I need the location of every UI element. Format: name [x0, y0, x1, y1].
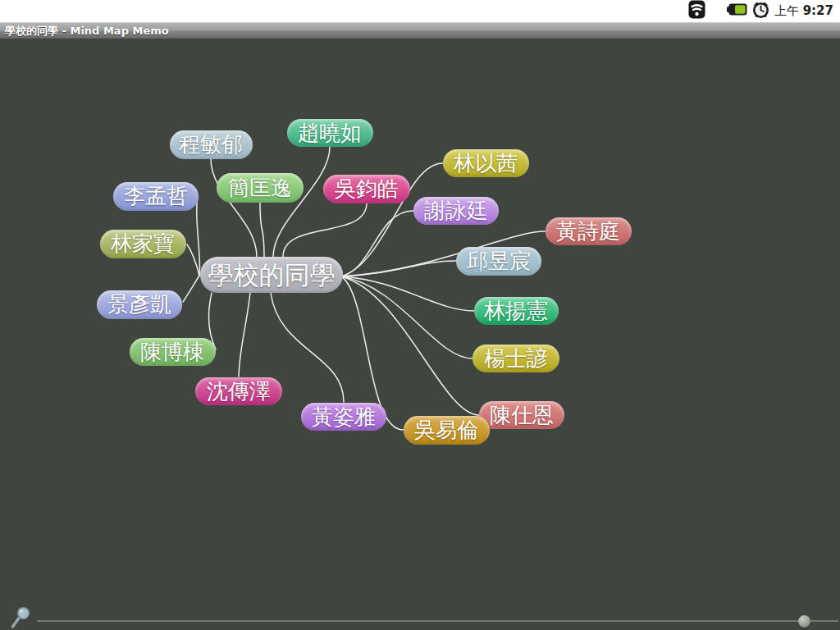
mindmap-node[interactable]: 林以茜	[443, 149, 529, 177]
mindmap-node[interactable]: 陳博棟	[130, 338, 216, 366]
mindmap-node[interactable]: 林家寶	[100, 230, 186, 258]
signal-icon	[688, 0, 705, 22]
node-label: 林揚憲	[474, 297, 559, 325]
node-label: 黃姿雅	[301, 403, 386, 431]
title-bar: 學校的同學 - Mind Map Memo	[0, 22, 840, 39]
battery-icon	[727, 3, 747, 19]
mindmap-node[interactable]: 黃詩庭	[546, 217, 632, 245]
mindmap-node[interactable]: 李孟哲	[113, 182, 199, 211]
connection-line	[341, 261, 456, 276]
connection-line	[187, 244, 199, 276]
connection-line	[283, 203, 367, 258]
mindmap-node[interactable]: 趙曉如	[287, 119, 373, 147]
mindmap-node[interactable]: 邱昱宸	[456, 247, 541, 276]
node-label: 謝詠廷	[413, 197, 499, 225]
alarm-clock-icon	[751, 1, 770, 22]
connection-line	[341, 276, 479, 415]
mindmap-node[interactable]: 黃姿雅	[301, 403, 386, 431]
node-label: 吳鈞皓	[323, 175, 410, 203]
connection-lines	[0, 39, 840, 630]
node-label: 景彥凱	[97, 290, 182, 319]
node-label: 吳易倫	[404, 416, 490, 445]
mindmap-node[interactable]: 程敏郁	[170, 130, 253, 159]
node-label: 李孟哲	[113, 182, 199, 211]
mindmap-node[interactable]: 陳仕恩	[479, 401, 564, 429]
slider-track[interactable]	[37, 620, 838, 622]
connection-line	[341, 276, 472, 358]
mindmap-node[interactable]: 吳鈞皓	[323, 175, 410, 203]
node-label: 黃詩庭	[546, 217, 632, 245]
node-label: 林家寶	[100, 230, 186, 258]
mindmap-node[interactable]: 謝詠廷	[413, 197, 499, 225]
connection-line	[239, 293, 250, 377]
magnifier-icon[interactable]	[10, 605, 33, 630]
connection-line	[260, 203, 264, 257]
node-label: 趙曉如	[287, 119, 373, 147]
status-time: 上午 9:27	[774, 3, 833, 19]
mindmap-canvas[interactable]: 程敏郁趙曉如簡匡逸吳鈞皓李孟哲林家寶景彥凱陳博棟林以茜謝詠廷黃詩庭邱昱宸林揚憲楊…	[0, 39, 840, 630]
node-label: 簡匡逸	[217, 173, 304, 203]
node-label: 程敏郁	[170, 130, 253, 159]
node-label: 邱昱宸	[456, 247, 541, 276]
slider-thumb[interactable]	[798, 615, 810, 628]
mindmap-node[interactable]: 楊士諺	[472, 345, 559, 372]
node-label: 陳博棟	[130, 338, 216, 366]
mindmap-node[interactable]: 沈傳澤	[195, 377, 282, 405]
node-label: 楊士諺	[472, 345, 559, 372]
mindmap-node[interactable]: 林揚憲	[474, 297, 559, 325]
node-label: 陳仕恩	[479, 401, 564, 429]
node-label: 林以茜	[443, 149, 529, 177]
node-label: 沈傳澤	[195, 377, 282, 405]
mindmap-node[interactable]: 景彥凱	[97, 290, 182, 319]
mindmap-node[interactable]: 簡匡逸	[217, 173, 304, 203]
status-bar: 上午 9:27	[0, 0, 840, 22]
central-node[interactable]: 學校的同學	[200, 257, 343, 293]
connection-line	[183, 276, 199, 302]
app-screen: 上午 9:27 學校的同學 - Mind Map Memo 程敏郁趙曉如簡匡逸吳…	[0, 0, 840, 630]
node-label: 學校的同學	[200, 257, 343, 293]
connection-line	[341, 276, 474, 311]
mindmap-node[interactable]: 吳易倫	[404, 416, 490, 445]
window-title: 學校的同學 - Mind Map Memo	[0, 24, 169, 39]
